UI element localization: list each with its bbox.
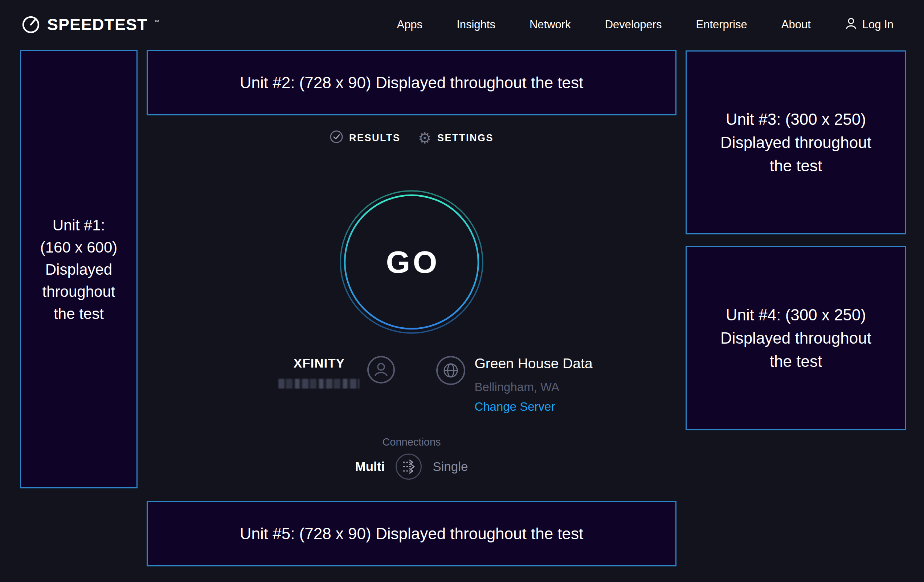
ad-text-line: Displayed throughout [720, 131, 871, 154]
login-button[interactable]: Log In [845, 17, 894, 33]
globe-icon [436, 356, 465, 387]
connections-multi-option[interactable]: Multi [355, 459, 385, 474]
logo-wordmark: SPEEDTEST [47, 15, 148, 34]
connection-info-row: XFINITY [171, 356, 700, 414]
tab-settings[interactable]: ⚙ SETTINGS [418, 131, 493, 145]
ad-text-line: the test [770, 154, 822, 177]
nav-item-about[interactable]: About [781, 18, 811, 31]
tabs-row: RESULTS ⚙ SETTINGS [147, 130, 676, 146]
login-label: Log In [862, 18, 894, 31]
check-circle-icon [330, 130, 343, 146]
isp-cell: XFINITY [278, 356, 395, 389]
server-location: Bellingham, WA [474, 380, 559, 394]
connections-toggle-row: Multi Single [147, 453, 676, 480]
test-panel: RESULTS ⚙ SETTINGS GO [147, 0, 676, 582]
isp-name[interactable]: XFINITY [294, 356, 345, 371]
ad-text-line: (160 x 600) [40, 236, 117, 258]
go-button[interactable]: GO [339, 190, 484, 335]
gear-icon: ⚙ [418, 131, 432, 145]
ad-unit-4-rectangle[interactable]: Unit #4: (300 x 250) Displayed throughou… [686, 246, 906, 430]
ad-unit-1-skyscraper[interactable]: Unit #1: (160 x 600) Displayed throughou… [20, 50, 137, 488]
speedtest-page: SPEEDTEST ™ Apps Insights Network Develo… [0, 0, 924, 582]
ad-text-line: Unit #3: (300 x 250) [726, 108, 866, 131]
go-label: GO [339, 190, 484, 335]
speedtest-logo[interactable]: SPEEDTEST ™ [21, 13, 160, 36]
user-icon [845, 17, 857, 33]
ad-text-line: Unit #1: [53, 214, 105, 236]
tab-settings-label: SETTINGS [437, 132, 493, 144]
ad-text-line: Unit #4: (300 x 250) [726, 303, 866, 326]
tab-results-label: RESULTS [349, 132, 401, 144]
speedometer-icon [21, 13, 41, 36]
connections-heading: Connections [147, 436, 676, 448]
server-name: Green House Data [474, 356, 592, 371]
tab-results[interactable]: RESULTS [330, 130, 401, 146]
change-server-link[interactable]: Change Server [474, 400, 555, 414]
ad-text-line: Displayed throughout [720, 326, 871, 350]
ad-text-line: the test [770, 350, 822, 373]
connections-single-option[interactable]: Single [432, 459, 468, 474]
ad-text-line: the test [54, 303, 104, 325]
ad-text-line: throughout [43, 280, 116, 303]
nav-item-enterprise[interactable]: Enterprise [696, 18, 747, 31]
ad-text-line: Displayed [45, 258, 112, 280]
redacted-ip-text [278, 379, 360, 389]
user-circle-icon [367, 356, 395, 385]
multi-arrows-icon[interactable] [395, 453, 422, 480]
ad-unit-3-rectangle[interactable]: Unit #3: (300 x 250) Displayed throughou… [686, 50, 906, 234]
server-cell: Green House Data Bellingham, WA Change S… [436, 356, 592, 414]
